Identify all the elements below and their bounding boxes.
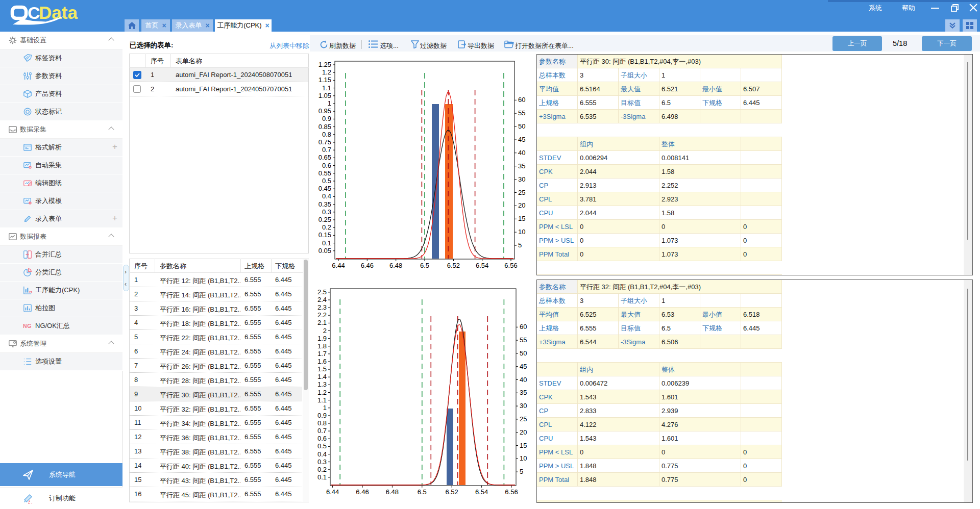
svg-text:6.54: 6.54 [475, 488, 488, 496]
svg-text:35: 35 [520, 389, 527, 396]
svg-text:0.8: 0.8 [317, 419, 327, 427]
svg-text:1.1: 1.1 [317, 396, 327, 404]
svg-text:25: 25 [520, 415, 527, 423]
svg-text:1.5: 1.5 [317, 365, 327, 373]
svg-text:30: 30 [520, 402, 527, 410]
svg-text:1.8: 1.8 [317, 342, 327, 350]
svg-text:20: 20 [520, 428, 527, 436]
svg-text:0.6: 0.6 [317, 435, 327, 442]
svg-text:2.2: 2.2 [317, 311, 327, 319]
svg-text:6.56: 6.56 [505, 488, 518, 496]
svg-text:6.44: 6.44 [326, 488, 339, 496]
svg-text:2.5: 2.5 [317, 288, 327, 296]
svg-text:2: 2 [323, 327, 327, 335]
svg-text:15: 15 [520, 442, 527, 449]
svg-text:1.6: 1.6 [317, 358, 327, 365]
svg-text:1.4: 1.4 [317, 373, 327, 380]
svg-text:6.52: 6.52 [446, 488, 458, 496]
svg-text:60: 60 [520, 323, 527, 330]
svg-text:2.3: 2.3 [317, 303, 327, 311]
svg-text:0.1: 0.1 [317, 473, 327, 481]
svg-text:0.7: 0.7 [317, 427, 327, 435]
svg-text:2.1: 2.1 [317, 319, 327, 326]
svg-text:0.9: 0.9 [317, 412, 327, 419]
svg-text:0.4: 0.4 [317, 450, 327, 458]
svg-text:55: 55 [520, 336, 527, 344]
svg-text:1.7: 1.7 [317, 350, 327, 358]
svg-text:0.3: 0.3 [317, 458, 327, 466]
svg-text:1.9: 1.9 [317, 335, 327, 342]
svg-text:40: 40 [520, 376, 527, 384]
svg-text:0.2: 0.2 [317, 466, 327, 473]
svg-text:2.4: 2.4 [317, 296, 327, 303]
svg-text:6.48: 6.48 [386, 488, 399, 496]
svg-text:45: 45 [520, 363, 527, 370]
svg-text:1.3: 1.3 [317, 380, 327, 388]
svg-text:1: 1 [323, 404, 327, 412]
svg-text:6.5: 6.5 [418, 488, 427, 496]
svg-text:10: 10 [520, 454, 527, 462]
svg-text:6.46: 6.46 [356, 488, 369, 496]
svg-text:1.2: 1.2 [317, 389, 327, 396]
svg-text:0.5: 0.5 [317, 442, 327, 450]
svg-text:5: 5 [520, 468, 523, 475]
svg-text:50: 50 [520, 349, 527, 357]
